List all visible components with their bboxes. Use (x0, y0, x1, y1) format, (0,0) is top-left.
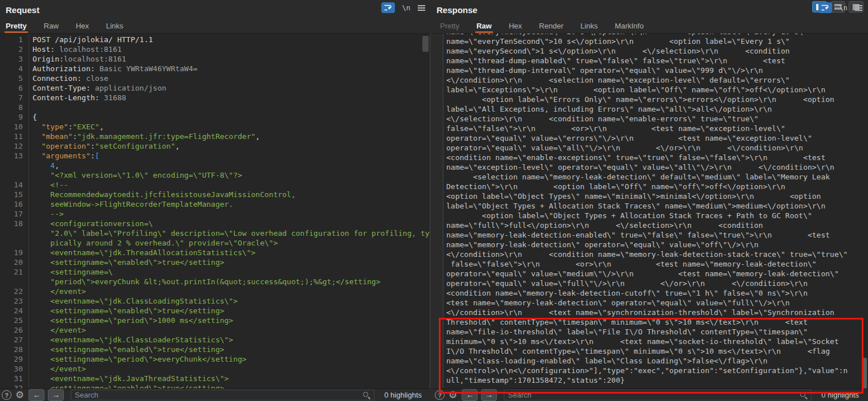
tab-pretty[interactable]: Pretty (440, 18, 459, 33)
line-number: 29 (0, 354, 28, 364)
burp-message-editor: { "panels": { "request": { "title": "Req… (0, 0, 868, 401)
tab-render[interactable]: Render (539, 18, 564, 33)
line-number (0, 277, 28, 287)
request-code-line: 18 <configurationversion=\ (0, 219, 422, 228)
response-scrollbar-thumb[interactable] (862, 358, 867, 388)
response-code-line: name=\"everySecond\">1 s<\/option>\r\n <… (446, 46, 861, 56)
show-newlines-toggle[interactable]: \n (840, 4, 847, 12)
search-input[interactable] (75, 391, 362, 399)
request-code-line: 26 </event> (0, 325, 422, 335)
tab-links[interactable]: Links (580, 18, 597, 33)
help-icon[interactable]: ? (2, 390, 11, 400)
request-code-line: "<?xml version=\"1.0\" encoding=\"UTF-8\… (0, 170, 422, 180)
search-input[interactable] (508, 391, 800, 399)
previous-match-button[interactable]: ← (28, 389, 44, 401)
request-tabbar: PrettyRawHexLinks (0, 18, 431, 34)
editor-menu-icon[interactable] (418, 5, 425, 11)
tab-markinfo[interactable]: MarkInfo (615, 18, 644, 33)
next-match-button[interactable]: → (481, 389, 497, 401)
word-wrap-toggle-button[interactable] (381, 2, 395, 13)
line-number: 4 (0, 64, 28, 73)
response-code-line: ull,"timestamp":1701358472,"status":200} (446, 375, 861, 385)
word-wrap-icon (821, 4, 829, 11)
response-code-line: name=\"thread-dump-enabled\" true=\"fals… (446, 56, 861, 66)
response-code-line: name=\"full\">full<\/option>\r\n <\/sele… (446, 220, 861, 230)
tab-hex[interactable]: Hex (76, 18, 89, 33)
response-code-line: <condition name=\"memory-leak-detection-… (446, 288, 861, 298)
response-code-line: minimum=\"0 s\">10 ms<\/text>\r\n <text … (446, 337, 861, 346)
highlights-count: 0 highlights (380, 391, 431, 399)
tab-raw[interactable]: Raw (476, 18, 492, 33)
line-number (0, 170, 28, 180)
next-match-button[interactable]: → (48, 389, 64, 401)
response-code-line: name=\"everyTenSecond\">10 s<\/option>\r… (446, 36, 861, 46)
line-number: 31 (0, 374, 28, 383)
response-code-line: <\/condition>\r\n <text name=\"synchroni… (446, 308, 861, 317)
line-number: 23 (0, 296, 28, 306)
request-code-line: 31 <eventname=\"jdk.JavaThreadStatistics… (0, 374, 422, 383)
request-code-line: 14 <!-- (0, 180, 422, 190)
request-code-line: 24 <settingname=\"enabled\">true</settin… (0, 306, 422, 316)
line-number: 26 (0, 325, 28, 335)
response-code-line: <option label=\"Object Types + Allocatio… (446, 211, 861, 220)
tab-raw[interactable]: Raw (44, 18, 59, 33)
request-code-line: "2.0\" label=\"Profiling\" description=\… (0, 228, 422, 238)
line-number: 32 (0, 383, 28, 388)
line-number: 27 (0, 335, 28, 345)
request-code-line: 20 <settingname=\"enabled\">true</settin… (0, 257, 422, 267)
response-code-line: <selection name=\"memory-leak-detection\… (446, 172, 861, 182)
search-field (504, 390, 812, 400)
line-number (0, 161, 28, 170)
response-code-line: name=\"file-io-threshold\" label=\"File … (446, 327, 861, 337)
line-number: 16 (0, 199, 28, 209)
request-code-line: 32 <settingname=\"enabled\">true</settin… (0, 383, 422, 388)
response-code: name=\"everyTwentySecond\">20 s<\/option… (446, 34, 861, 385)
request-code-line: 4Authorization: Basic YWRtaW46YWRtaW4= (0, 64, 422, 73)
request-code-line: 13 "arguments":[ (0, 151, 422, 161)
response-editor[interactable]: name=\"everyTwentySecond\">20 s<\/option… (443, 34, 868, 388)
show-newlines-toggle[interactable]: \n (402, 4, 410, 12)
line-number: 3 (0, 54, 28, 64)
request-code: 1POST /api/jolokia/ HTTP/1.12Host: local… (0, 35, 422, 388)
request-code-line: 25 <settingname=\"period\">1000 ms</sett… (0, 316, 422, 325)
tab-pretty[interactable]: Pretty (6, 18, 27, 33)
response-panel: Response PrettyRawHexRenderLinksMarkInfo… (433, 0, 868, 401)
request-code-line: 19 <eventname=\"jdk.ThreadAllocationStat… (0, 248, 422, 257)
tab-links[interactable]: Links (106, 18, 123, 33)
request-code-line: 28 <settingname=\"enabled\">true</settin… (0, 345, 422, 354)
request-editor[interactable]: 1POST /api/jolokia/ HTTP/1.12Host: local… (0, 34, 430, 388)
response-code-line: <test name=\"memory-leak-detection\" ope… (446, 298, 861, 308)
request-panel: Request PrettyRawHexLinks \n 1POST /api/… (0, 0, 431, 401)
line-number: 22 (0, 287, 28, 296)
editor-menu-icon[interactable] (855, 5, 862, 11)
line-number: 18 (0, 219, 28, 228)
request-code-line: 1POST /api/jolokia/ HTTP/1.1 (0, 35, 422, 44)
search-settings-gear-icon[interactable]: ⚙ (449, 390, 457, 400)
request-code-line: 27 <eventname=\"jdk.ClassLoaderStatistic… (0, 335, 422, 345)
line-number: 8 (0, 103, 28, 112)
line-number: 9 (0, 112, 28, 122)
response-code-line: <option label=\"Object Types\" name=\"mi… (446, 191, 861, 201)
help-icon[interactable]: ? (435, 390, 445, 400)
response-code-line: <\/selection>\r\n <condition name=\"enab… (446, 114, 861, 124)
response-code-line: false=\"false\">\r\n <or>\r\n <test name… (446, 259, 861, 269)
word-wrap-toggle-button[interactable] (818, 2, 832, 13)
request-panel-title: Request (6, 5, 39, 15)
request-editor-tools: \n (381, 0, 425, 15)
request-code-line: 6Content-Type: application/json (0, 83, 422, 93)
line-number: 12 (0, 141, 28, 151)
request-scrollbar-thumb[interactable] (422, 36, 429, 52)
response-code-line: name=\"thread-dump-interval\" operator=\… (446, 66, 861, 75)
line-number: 25 (0, 316, 28, 325)
line-number: 14 (0, 180, 28, 190)
request-code-line: 21 <settingname=\ (0, 267, 422, 277)
search-settings-gear-icon[interactable]: ⚙ (15, 390, 24, 400)
response-code-line: <\/control>\r\n<\/configuration>"],"type… (446, 366, 861, 375)
request-search-bar: ? ⚙ ← → 0 highlights (0, 388, 431, 401)
line-number: 19 (0, 248, 28, 257)
previous-match-button[interactable]: ← (462, 389, 478, 401)
line-number: 15 (0, 190, 28, 199)
tab-hex[interactable]: Hex (509, 18, 522, 33)
highlights-count: 0 highlights (817, 391, 868, 399)
request-code-line: 7Content-Length: 31688 (0, 93, 422, 103)
